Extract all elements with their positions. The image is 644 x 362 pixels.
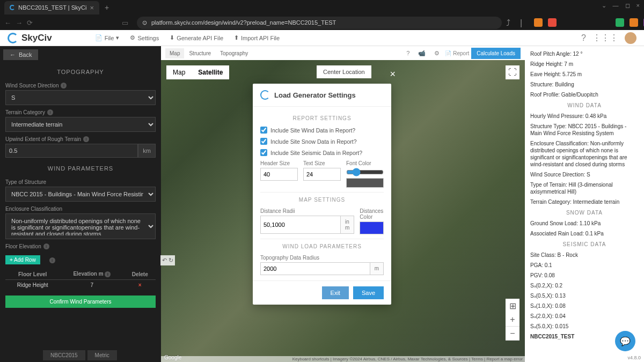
text-size-input[interactable] <box>303 168 341 181</box>
text-size-label: Text Size <box>303 160 341 166</box>
distances-color-label: Distances Color <box>360 208 384 220</box>
chevron-down-icon[interactable]: ⌄ <box>602 2 606 9</box>
exit-button[interactable]: Exit <box>322 286 349 299</box>
settings-modal: × Load Generator Settings REPORT SETTING… <box>253 84 391 305</box>
site-info-icon[interactable]: ⊙ <box>142 19 147 26</box>
browser-tab[interactable]: NBCC2015_TEST | SkyCi × <box>4 1 99 14</box>
modal-logo-icon <box>260 90 270 100</box>
tab-favicon <box>10 5 15 10</box>
reload-icon[interactable]: ⟳ <box>27 19 33 27</box>
modal-title: Load Generator Settings <box>274 91 356 99</box>
header-size-label: Header Size <box>260 160 298 166</box>
font-color-swatch[interactable] <box>346 178 384 188</box>
font-color-label: Font Color <box>346 160 384 166</box>
topo-radius-label: Topography Data Radius <box>260 255 384 261</box>
ext-icon-3[interactable] <box>616 18 624 27</box>
radii-unit: in m <box>341 216 354 234</box>
ext-icon-4[interactable] <box>630 18 638 27</box>
snow-check-row[interactable]: Include Site Snow Data in Report? <box>260 138 384 145</box>
distances-color-swatch[interactable] <box>360 221 384 234</box>
seismic-check-row[interactable]: Include Site Seismic Data in Report? <box>260 149 384 156</box>
wind-load-params-title: WIND LOAD PARAMETERS <box>260 243 384 249</box>
map-settings-title: MAP SETTINGS <box>260 197 384 203</box>
ext-icon-2[interactable] <box>548 18 557 27</box>
modal-overlay: × Load Generator Settings REPORT SETTING… <box>0 30 644 362</box>
wind-check-row[interactable]: Include Site Wind Data in Report? <box>260 127 384 134</box>
close-tab-icon[interactable]: × <box>90 4 94 12</box>
new-tab-button[interactable]: + <box>105 3 109 12</box>
font-color-slider[interactable] <box>346 168 384 176</box>
seismic-checkbox[interactable] <box>260 149 267 156</box>
topo-unit: m <box>370 262 384 275</box>
ext-icon-1[interactable] <box>534 18 543 27</box>
report-settings-title: REPORT SETTINGS <box>260 115 384 121</box>
url-text: platform.skyciv.com/design/wind/v2?prelo… <box>151 19 336 26</box>
wind-checkbox[interactable] <box>260 127 267 134</box>
topo-radius-input[interactable] <box>260 262 370 275</box>
back-icon[interactable]: ← <box>4 19 11 27</box>
share-icon[interactable]: ⤴ <box>506 18 515 27</box>
tab-title: NBCC2015_TEST | SkyCi <box>18 4 86 11</box>
minimize-icon[interactable]: — <box>613 2 619 9</box>
snow-checkbox[interactable] <box>260 138 267 145</box>
close-modal-icon[interactable]: × <box>390 69 396 80</box>
url-bar[interactable]: ⊙ platform.skyciv.com/design/wind/v2?pre… <box>137 17 502 29</box>
close-window-icon[interactable]: × <box>636 2 640 9</box>
distance-radii-label: Distance Radii <box>260 208 354 214</box>
forward-icon[interactable]: → <box>16 19 23 27</box>
reader-icon[interactable]: ▭ <box>122 19 128 27</box>
header-size-input[interactable] <box>260 168 298 181</box>
save-button[interactable]: Save <box>353 286 384 299</box>
distance-radii-input[interactable] <box>260 216 341 234</box>
maximize-icon[interactable]: ◻ <box>625 2 630 9</box>
